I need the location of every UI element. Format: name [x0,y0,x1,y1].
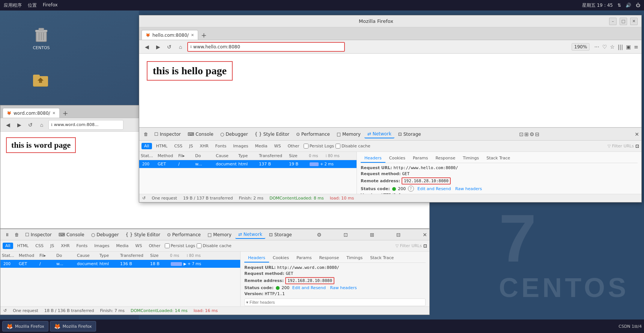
ff-hello-dt-console[interactable]: ⌨ Console [185,130,217,138]
ff-hello-sidebar-icon[interactable]: ▣ [626,44,631,50]
word-tab-cookies[interactable]: Cookies [269,254,293,262]
word-tab-timings[interactable]: Timings [343,254,366,262]
word-filter-ws[interactable]: WS [133,243,145,249]
taskbar-ff1[interactable]: 🦊 Mozilla Firefox [2,321,48,332]
ff-hello-filter-xhr[interactable]: XHR [197,143,211,149]
word-dt-settings[interactable]: ⚙ [317,232,322,238]
ff-hello-tab-stack[interactable]: Stack Trace [483,154,514,163]
ff-hello-tab-response[interactable]: Response [432,154,459,163]
taskbar-ff2[interactable]: 🦊 Mozilla Firefox [50,321,96,332]
word-filter-headers-input[interactable] [244,298,426,306]
ff-hello-filter-other[interactable]: Other [285,143,302,149]
ff-hello-filter-images[interactable]: Images [230,143,251,149]
word-filter-images[interactable]: Images [92,243,112,249]
ff-hello-raw-headers[interactable]: Raw headers [455,186,482,191]
ff-hello-bookmark-icon[interactable]: ☆ [610,44,615,50]
word-tab-stack[interactable]: Stack Trace [366,254,397,262]
word-dt-responsive[interactable]: ⊡ [343,232,348,238]
word-new-tab[interactable]: + [60,108,70,118]
ff-hello-filter-css[interactable]: CSS [172,143,185,149]
word-persist-logs-cb[interactable] [165,243,170,248]
ff-hello-library-icon[interactable]: ||| [618,44,623,50]
ff-hello-tab-timings[interactable]: Timings [459,154,483,163]
ff-hello-tab-headers[interactable]: Headers [361,154,385,163]
ff-hello-overflow-icon[interactable]: ··· [594,44,599,50]
ff-hello-net-row[interactable]: 200 GET / w... document html 137 B 19 B … [139,160,357,168]
word-raw-headers[interactable]: Raw headers [330,285,357,290]
ff-hello-dt-style[interactable]: { } Style Editor [252,130,292,138]
ff-hello-filter-ws[interactable]: WS [272,143,284,149]
ff-hello-filter-urls-icon[interactable]: ⊡ [635,144,639,149]
word-disable-cache-label[interactable]: Disable cache [197,243,232,248]
word-dt-pause[interactable]: ⏸ [3,230,12,239]
ff-hello-filter-fonts[interactable]: Fonts [213,143,229,149]
ff-hello-maximize[interactable]: □ [620,18,627,25]
ff-hello-forward-btn[interactable]: ▶ [153,42,163,51]
word-dt-close[interactable]: ✕ [423,232,427,238]
word-dt-style[interactable]: { } Style Editor [123,231,163,238]
word-dt-console[interactable]: ⌨ Console [56,231,87,238]
location-menu[interactable]: 位置 [28,2,37,9]
ff-hello-disable-cache-label[interactable]: Disable cache [336,144,370,148]
word-dt-inspector[interactable]: ☐ Inspector [22,231,55,238]
ff-hello-reload-btn[interactable]: ↺ [165,42,174,51]
ff-hello-dt-network[interactable]: ⇄ Network [364,130,394,138]
word-dt-perf[interactable]: ⊙ Performance [164,231,204,238]
app-menu[interactable]: 应用程序 [4,2,22,9]
word-disable-cache-cb[interactable] [197,243,202,248]
word-dt-trash[interactable]: 🗑 [12,230,21,239]
ff-hello-dt-float[interactable]: ⊟ [535,131,540,137]
ff-hello-disable-cache-cb[interactable] [336,144,340,148]
ff-hello-tab-params[interactable]: Params [409,154,432,163]
word-tab-close[interactable]: ✕ [53,111,56,115]
word-dt-split[interactable]: ⊞ [370,232,375,238]
word-filter-other[interactable]: Other [146,243,163,249]
folder-icon[interactable] [26,69,56,90]
word-filter-media[interactable]: Media [113,243,131,249]
ff-hello-filter-all[interactable]: All [141,143,152,149]
ff-hello-back-btn[interactable]: ◀ [142,42,151,51]
ff-hello-dt-split[interactable]: ⊞ [524,131,529,137]
ff-hello-dt-close-btn[interactable]: ✕ [635,131,639,137]
word-filter-fonts[interactable]: Fonts [74,243,90,249]
word-dt-debugger[interactable]: ○ Debugger [88,231,122,238]
ff-hello-home-btn[interactable]: ⌂ [176,42,185,51]
ff-hello-edit-resend[interactable]: Edit and Resend [417,186,451,191]
ff-hello-close[interactable]: ✕ [630,18,638,25]
ff-hello-minimize[interactable]: – [609,18,617,25]
word-dt-storage[interactable]: ⊡ Storage [266,231,295,238]
ff-hello-filter-html[interactable]: HTML [153,143,170,149]
trash-icon[interactable]: CENTOS [26,24,56,50]
word-tab-headers[interactable]: Headers [244,254,269,262]
ff-hello-new-tab[interactable]: + [199,30,209,40]
ff-hello-persist-cb[interactable] [304,144,308,148]
word-dt-memory[interactable]: □ Memory [205,231,235,238]
ff-hello-dt-perf[interactable]: ⊙ Performance [293,130,333,138]
ff-hello-dt-inspector[interactable]: ☐ Inspector [151,130,184,138]
word-tab-response[interactable]: Response [315,254,343,262]
word-tab-params[interactable]: Params [293,254,316,262]
word-filter-html[interactable]: HTML [15,243,32,249]
word-tab[interactable]: 🦊 word.com:8080/ ✕ [3,108,60,118]
ff-hello-menu-icon[interactable]: ≡ [634,44,638,50]
word-edit-resend[interactable]: Edit and Resend [292,285,326,290]
system-menu-bar[interactable]: 应用程序 位置 Firefox [4,2,58,9]
word-filter-js[interactable]: JS [48,243,57,249]
word-net-row[interactable]: 200 GET / w... document html 136 B 18 B … [0,260,240,268]
word-filter-xhr[interactable]: XHR [58,243,72,249]
word-url-box[interactable]: ℹ www.word.com:808... [48,120,123,130]
word-filter-urls-icon[interactable]: ⊡ [423,243,427,249]
word-filter-all[interactable]: All [3,243,13,249]
ff-hello-dt-settings-icon[interactable]: ⚙ [530,131,534,137]
ff-hello-tab[interactable]: 🦊 hello.com:8080/ ✕ [141,30,198,40]
word-dt-network[interactable]: ⇄ Network [235,231,265,239]
ff-hello-tab-cookies[interactable]: Cookies [385,154,409,163]
ff-hello-dt-trash[interactable]: 🗑 [141,130,150,139]
word-forward-btn[interactable]: ▶ [15,120,24,129]
ff-hello-dt-debugger[interactable]: ○ Debugger [217,130,251,138]
ff-hello-filter-media[interactable]: Media [252,143,270,149]
ff-hello-url-box[interactable]: ℹ www.hello.com:8080 [187,42,345,52]
ff-hello-tab-close-btn[interactable]: ✕ [191,33,194,37]
word-reload-btn[interactable]: ↺ [26,120,35,129]
browser-menu[interactable]: Firefox [43,2,58,9]
